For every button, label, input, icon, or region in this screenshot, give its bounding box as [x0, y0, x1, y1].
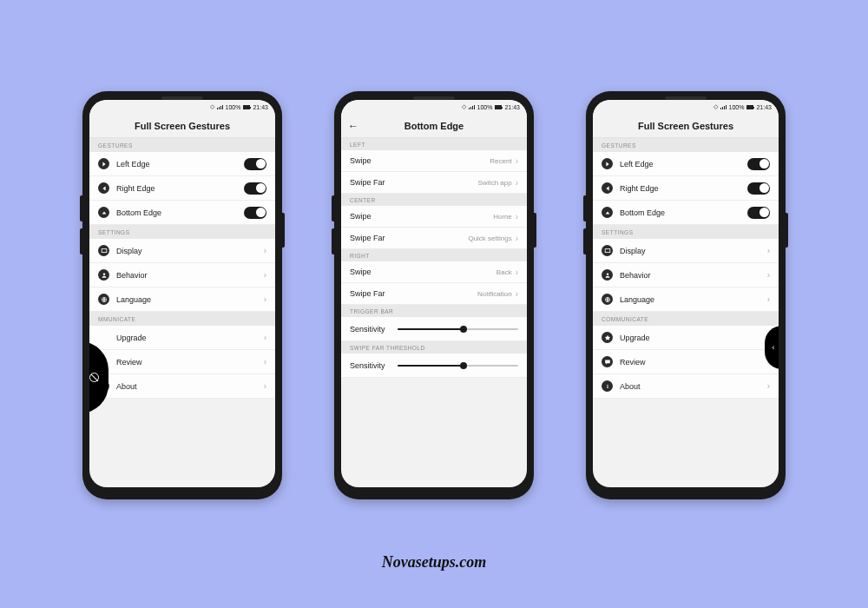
section-header-left: LEFT [341, 138, 527, 150]
screen-title: Full Screen Gestures [135, 121, 230, 131]
row-display[interactable]: Display › [89, 239, 275, 263]
row-center-swipe[interactable]: Swipe Home › [341, 206, 527, 228]
screen-title: Bottom Edge [404, 121, 464, 131]
row-behavior[interactable]: Behavior › [593, 263, 779, 287]
back-button[interactable]: ← [348, 120, 358, 132]
row-display[interactable]: Display › [593, 239, 779, 263]
row-left-swipe[interactable]: Swipe Recent › [341, 150, 527, 172]
chevron-right-icon: › [264, 333, 266, 342]
phone-mockups: ◇ 100% 21:43 Full Screen Gestures GESTUR… [0, 91, 868, 499]
arrow-up-icon [602, 207, 613, 218]
battery-icon [746, 105, 753, 109]
battery-pct: 100% [477, 104, 493, 110]
person-icon [98, 269, 109, 281]
toggle-right-edge[interactable] [747, 182, 770, 195]
globe-icon [98, 294, 109, 305]
info-icon [602, 380, 613, 392]
battery-pct: 100% [729, 104, 745, 110]
display-icon [602, 245, 613, 256]
section-header-communicate: MMUNICATE [89, 312, 275, 326]
row-about[interactable]: About › [89, 374, 275, 399]
chevron-right-icon: › [767, 294, 770, 304]
wifi-icon: ◇ [462, 103, 466, 110]
row-right-edge[interactable]: Right Edge [89, 176, 275, 201]
chevron-right-icon: › [516, 289, 518, 299]
toggle-bottom-edge[interactable] [244, 207, 266, 219]
toggle-left-edge[interactable] [747, 158, 770, 170]
star-icon [602, 332, 613, 343]
toggle-right-edge[interactable] [244, 182, 266, 195]
section-header-right: RIGHT [341, 249, 527, 261]
status-bar: ◇ 100% 21:43 [89, 100, 275, 114]
svg-rect-5 [605, 248, 610, 252]
title-bar: Full Screen Gestures [593, 114, 779, 138]
status-bar: ◇ 100% 21:43 [593, 100, 779, 114]
row-swipefar-sensitivity: Sensitivity [341, 354, 527, 378]
chevron-right-icon: › [264, 246, 266, 255]
row-center-swipe-far[interactable]: Swipe Far Quick settings › [341, 228, 527, 249]
title-bar: ← Bottom Edge [341, 114, 527, 138]
svg-point-1 [102, 273, 104, 274]
chevron-right-icon: › [516, 212, 518, 221]
title-bar: Full Screen Gestures [89, 114, 275, 138]
section-header-settings: SETTINGS [89, 225, 275, 239]
footer-brand: Novasetups.com [0, 553, 868, 572]
row-language[interactable]: Language › [89, 287, 275, 312]
section-header-swipefar: SWIPE FAR THRESHOLD [341, 341, 527, 354]
row-bottom-edge[interactable]: Bottom Edge [593, 201, 779, 225]
row-upgrade[interactable]: Upgrade › [89, 326, 275, 350]
section-header-gestures: GESTURES [593, 138, 779, 152]
battery-pct: 100% [226, 104, 241, 110]
row-bottom-edge[interactable]: Bottom Edge [89, 201, 275, 225]
clock: 21:43 [253, 104, 268, 110]
row-language[interactable]: Language › [593, 287, 779, 312]
row-left-edge[interactable]: Left Edge [89, 152, 275, 176]
svg-point-8 [607, 384, 608, 385]
slider-trigger-sensitivity[interactable] [398, 325, 518, 334]
row-upgrade[interactable]: Upgrade › [593, 326, 779, 350]
toggle-bottom-edge[interactable] [747, 207, 770, 219]
arrow-left-icon [98, 182, 109, 194]
globe-icon [602, 294, 613, 305]
signal-icon [720, 105, 727, 109]
signal-icon [217, 105, 223, 109]
section-header-gestures: GESTURES [89, 138, 275, 152]
clock: 21:43 [504, 104, 520, 110]
arrow-left-icon [602, 182, 613, 194]
svg-point-6 [606, 273, 608, 274]
row-right-edge[interactable]: Right Edge [593, 176, 779, 201]
svg-rect-0 [102, 248, 107, 252]
wifi-icon: ◇ [713, 103, 718, 110]
phone-3: ◇ 100% 21:43 Full Screen Gestures GESTUR… [586, 91, 786, 499]
wifi-icon: ◇ [210, 103, 214, 110]
toggle-left-edge[interactable] [244, 158, 266, 170]
row-review[interactable]: Review › [89, 350, 275, 374]
svg-rect-9 [607, 386, 608, 388]
battery-icon [495, 105, 502, 109]
chevron-right-icon: › [516, 268, 518, 277]
row-about[interactable]: About › [593, 374, 779, 399]
signal-icon [469, 105, 475, 109]
section-header-settings: SETTINGS [593, 225, 779, 239]
person-icon [602, 269, 613, 281]
chevron-right-icon: › [767, 381, 770, 391]
section-header-trigger: TRIGGER BAR [341, 305, 527, 317]
row-review[interactable]: Review › [593, 350, 779, 374]
status-bar: ◇ 100% 21:43 [341, 100, 527, 114]
section-header-communicate: COMMUNICATE [593, 312, 779, 326]
row-left-swipe-far[interactable]: Swipe Far Switch app › [341, 172, 527, 194]
chevron-right-icon: › [767, 246, 770, 255]
row-behavior[interactable]: Behavior › [89, 263, 275, 287]
screen-title: Full Screen Gestures [638, 121, 733, 131]
row-right-swipe[interactable]: Swipe Back › [341, 261, 527, 283]
row-left-edge[interactable]: Left Edge [593, 152, 779, 176]
arrow-up-icon [98, 207, 109, 218]
chevron-right-icon: › [516, 234, 518, 243]
battery-icon [243, 105, 250, 109]
row-right-swipe-far[interactable]: Swipe Far Notification › [341, 283, 527, 305]
chevron-right-icon: › [264, 357, 266, 367]
chevron-right-icon: › [767, 270, 770, 280]
row-trigger-sensitivity: Sensitivity [341, 317, 527, 341]
phone-2: ◇ 100% 21:43 ← Bottom Edge LEFT Swipe Re… [334, 91, 534, 499]
slider-swipefar-sensitivity[interactable] [398, 361, 518, 370]
